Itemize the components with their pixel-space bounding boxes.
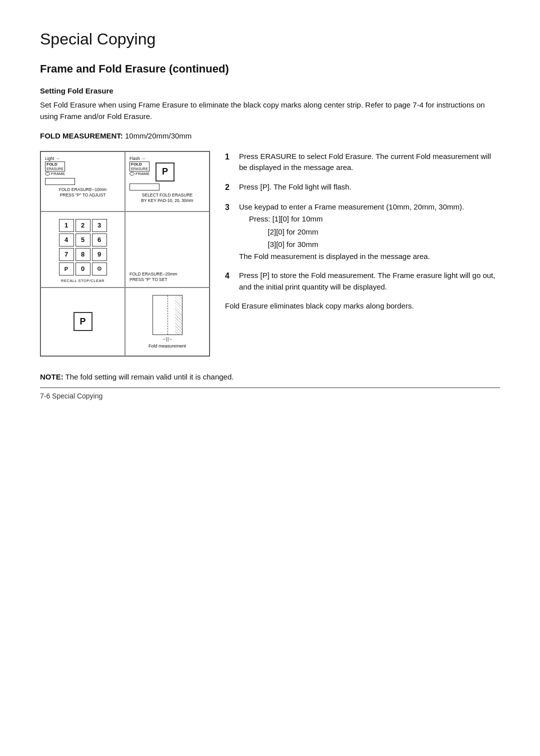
page-title: Special Copying xyxy=(40,30,500,48)
instructions-list: 1 Press ERASURE to select Fold Erasure. … xyxy=(225,151,500,293)
fold-center-line xyxy=(168,296,168,334)
diagrams-column: Light → FOLDERASURE FRAME FOLD ERASURE--… xyxy=(40,151,210,356)
step-4-text: Press [P] to store the Fold measurement.… xyxy=(239,270,500,292)
d2-frame-label: FRAME xyxy=(130,172,150,176)
instructions-column: 1 Press ERASURE to select Fold Erasure. … xyxy=(225,151,500,356)
main-content: Light → FOLDERASURE FRAME FOLD ERASURE--… xyxy=(40,151,500,356)
d2-bottom-label: SELECT FOLD ERASUREBY KEY PAD-10, 20, 30… xyxy=(130,192,205,204)
d1-frame-label: FRAME xyxy=(45,172,65,176)
step-3-num: 3 xyxy=(225,202,235,262)
keypad-grid: 1 2 3 4 5 6 7 8 9 P 0 ⊙ xyxy=(59,219,107,276)
diagram-d1: Light → FOLDERASURE FRAME FOLD ERASURE--… xyxy=(40,152,125,212)
fold-meas-label: Fold measurement xyxy=(148,344,186,348)
d1-panel-display xyxy=(45,178,75,185)
fold-erasure-note: Fold Erasure eliminates black copy marks… xyxy=(225,300,500,312)
footer-text: 7-6 Special Copying xyxy=(40,392,102,400)
step-1-text: Press ERASURE to select Fold Erasure. Th… xyxy=(239,151,500,174)
key-3: 3 xyxy=(92,219,107,232)
d5-p-button: P xyxy=(74,312,92,331)
key-p: P xyxy=(59,262,74,276)
diagram-d6-fold: →| |← Fold measurement xyxy=(125,288,210,356)
diagram-d2: Flash → FOLDERASURE FRAME P SELECT FOLD … xyxy=(125,152,210,212)
step-1-num: 1 xyxy=(225,151,235,174)
key-5: 5 xyxy=(76,234,90,246)
key-2: 2 xyxy=(76,219,90,232)
d2-panel-display xyxy=(130,184,160,190)
bottom-note: NOTE: The fold setting will remain valid… xyxy=(40,372,500,383)
fold-arrows: →| |← xyxy=(162,336,174,342)
d2-source: Flash → xyxy=(130,156,146,161)
key-4: 4 xyxy=(59,234,74,246)
step-2-text: Press [P]. The Fold light will flash. xyxy=(239,182,500,194)
key-1: 1 xyxy=(59,219,74,232)
key-9: 9 xyxy=(92,248,107,261)
key-clear: ⊙ xyxy=(92,262,107,276)
diagram-d3-keypad: 1 2 3 4 5 6 7 8 9 P 0 ⊙ RECALL STOP/CLEA… xyxy=(40,212,125,288)
bottom-note-text: The fold setting will remain valid until… xyxy=(66,372,234,381)
step-1: 1 Press ERASURE to select Fold Erasure. … xyxy=(225,151,500,174)
diagram-grid: Light → FOLDERASURE FRAME FOLD ERASURE--… xyxy=(40,151,210,356)
keypad: 1 2 3 4 5 6 7 8 9 P 0 ⊙ RECALL STOP/CLEA… xyxy=(59,216,107,283)
key-6: 6 xyxy=(92,234,107,246)
d1-source: Light → xyxy=(45,156,60,161)
fold-measurement-line: FOLD MEASUREMENT: 10mm/20mm/30mm xyxy=(40,132,500,140)
key-0: 0 xyxy=(76,262,90,276)
key-8: 8 xyxy=(76,248,90,261)
diagram-d5: P xyxy=(40,288,125,356)
step-4: 4 Press [P] to store the Fold measuremen… xyxy=(225,270,500,292)
footer: 7-6 Special Copying xyxy=(40,388,500,400)
step-2: 2 Press [P]. The Fold light will flash. xyxy=(225,182,500,194)
fold-measurement-key: FOLD MEASUREMENT: xyxy=(40,132,123,140)
step-2-num: 2 xyxy=(225,182,235,194)
recall-label: RECALL STOP/CLEAR xyxy=(59,278,107,283)
body-text: Set Fold Erasure when using Frame Erasur… xyxy=(40,99,500,122)
step-3-text: Use keypad to enter a Frame measurement … xyxy=(239,202,500,262)
d1-bottom-label: FOLD ERASURE--10mmPRESS "P" TO ADJUST xyxy=(45,187,120,198)
key-7: 7 xyxy=(59,248,74,261)
fold-paper xyxy=(152,295,182,335)
d4-bottom-label: FOLD ERASURE--20mmPRESS "P" TO SET xyxy=(130,270,205,282)
fold-measurement-values: 10mm/20mm/30mm xyxy=(125,132,192,140)
d1-fold-box: FOLDERASURE xyxy=(45,162,65,172)
fold-shaded-region xyxy=(175,296,182,334)
d2-fold-box: FOLDERASURE xyxy=(130,162,150,172)
fold-measurement-diagram: →| |← Fold measurement xyxy=(130,292,205,352)
d2-p-button: P xyxy=(156,162,174,182)
sub-heading: Setting Fold Erasure xyxy=(40,86,500,95)
step-4-num: 4 xyxy=(225,270,235,292)
diagram-d4: FOLD ERASURE--20mmPRESS "P" TO SET xyxy=(125,212,210,288)
press-detail: Press: [1][0] for 10mm [2][0] for 20mm [… xyxy=(249,212,500,251)
bottom-note-label: NOTE: xyxy=(40,372,64,381)
section-heading: Frame and Fold Erasure (continued) xyxy=(40,62,500,76)
step-3: 3 Use keypad to enter a Frame measuremen… xyxy=(225,202,500,262)
